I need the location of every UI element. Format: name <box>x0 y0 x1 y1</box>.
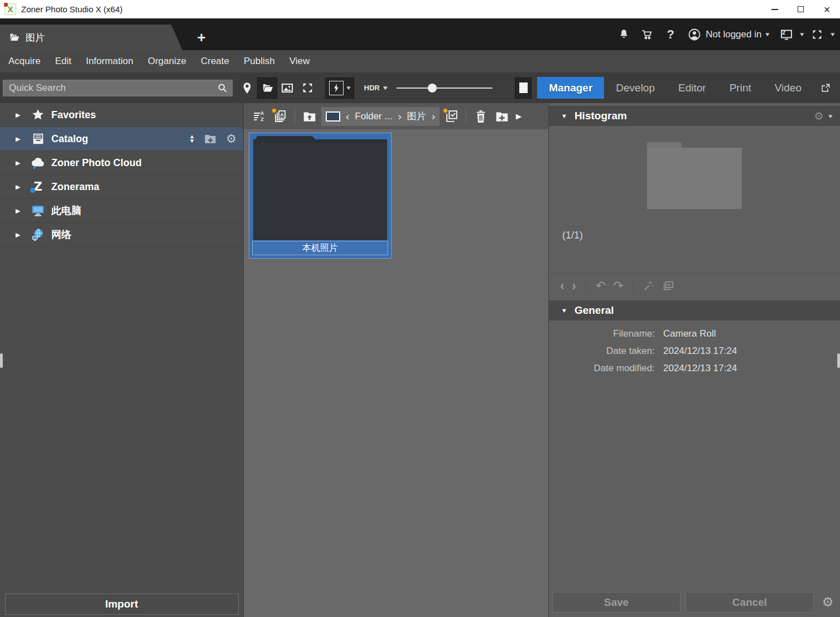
histogram-header[interactable]: ▼ Histogram ⚙ ▾ <box>549 106 840 126</box>
browse-folder-button[interactable] <box>257 77 277 99</box>
mode-print[interactable]: Print <box>718 77 763 99</box>
import-button[interactable]: Import <box>5 594 239 615</box>
expander-icon[interactable]: ▶ <box>16 111 22 119</box>
zonerama-icon: Z <box>31 179 45 194</box>
cancel-button[interactable]: Cancel <box>685 592 814 613</box>
account-menu[interactable]: Not logged in ▾ <box>684 28 773 41</box>
tab-label: 图片 <box>26 31 45 44</box>
preview-button[interactable] <box>277 77 297 99</box>
field-value: 2024/12/13 17:24 <box>663 363 737 374</box>
field-label: Date taken: <box>549 346 655 357</box>
store-button[interactable] <box>638 25 656 44</box>
layout-toggle-button[interactable] <box>515 77 532 99</box>
sidebar-item-favorites[interactable]: ▶ Favorites <box>0 103 243 127</box>
copy-edits-button[interactable] <box>662 280 674 292</box>
app-logo-icon: X <box>4 3 16 15</box>
breadcrumb-separator: › <box>432 110 435 123</box>
sidebar-item-zonerama[interactable]: ▶ Z Zonerama <box>0 175 243 199</box>
breadcrumb: ‹ Folder ... › 图片 › <box>321 107 440 126</box>
menu-publish[interactable]: Publish <box>236 50 282 72</box>
collapse-triangle-icon[interactable]: ▼ <box>561 307 567 314</box>
add-folder-icon[interactable] <box>204 132 217 145</box>
folder-tile-selected[interactable]: 本机照片 <box>249 133 392 259</box>
menu-acquire[interactable]: Acquire <box>1 50 48 72</box>
breadcrumb-current[interactable]: 图片 <box>407 110 426 123</box>
sidebar-item-label: Catalog <box>51 133 88 145</box>
quick-select-button[interactable] <box>442 107 461 126</box>
right-panel-collapse-handle[interactable] <box>837 353 840 368</box>
batch-rename-button[interactable]: A <box>271 107 289 126</box>
svg-text:A: A <box>260 110 264 116</box>
left-panel-collapse-handle[interactable] <box>0 353 3 368</box>
display-select-button[interactable]: 2 <box>777 25 796 44</box>
window-title: Zoner Photo Studio X (x64) <box>21 4 123 14</box>
help-button[interactable]: ? <box>661 25 680 44</box>
gps-button[interactable] <box>237 77 257 99</box>
expander-icon[interactable]: ▶ <box>16 135 22 143</box>
sort-icon[interactable]: ▲▼ <box>189 134 195 143</box>
notifications-button[interactable] <box>614 25 633 44</box>
sidebar-item-zoner-photo-cloud[interactable]: ▶ Zoner Photo Cloud <box>0 151 243 175</box>
collapse-triangle-icon[interactable]: ▼ <box>561 113 567 119</box>
mode-editor[interactable]: Editor <box>667 77 718 99</box>
sidebar-item-this-pc[interactable]: ▶ 此电脑 <box>0 199 243 223</box>
expander-icon[interactable]: ▶ <box>16 159 22 167</box>
gear-icon[interactable]: ⚙ <box>226 132 236 145</box>
expand-icon <box>302 82 313 94</box>
app-window: X Zoner Photo Studio X (x64) × 图片 + ? <box>0 0 840 617</box>
folder-up-button[interactable] <box>300 107 319 126</box>
auto-enhance-button[interactable] <box>643 280 655 292</box>
menu-view[interactable]: View <box>282 50 317 72</box>
tab-pictures[interactable]: 图片 <box>0 25 182 50</box>
chevron-down-icon[interactable]: ▾ <box>831 31 835 38</box>
sidebar-item-catalog[interactable]: ▶ Catalog ▲▼ ⚙ <box>0 127 243 151</box>
previous-button[interactable]: ‹ <box>560 279 564 293</box>
title-bar: X Zoner Photo Studio X (x64) × <box>0 0 840 18</box>
quick-edits-dropdown[interactable]: ▾ <box>325 77 354 99</box>
close-button[interactable]: × <box>814 0 840 18</box>
menu-organize[interactable]: Organize <box>141 50 194 72</box>
thumbnail-size-slider[interactable] <box>397 77 493 99</box>
search-input[interactable] <box>3 82 217 94</box>
save-button[interactable]: Save <box>552 592 680 613</box>
expander-icon[interactable]: ▶ <box>16 231 22 239</box>
actions-settings-button[interactable]: ⚙ <box>819 595 837 610</box>
slider-knob[interactable] <box>428 84 437 93</box>
menu-information[interactable]: Information <box>79 50 141 72</box>
general-header[interactable]: ▼ General <box>549 300 840 320</box>
mode-video[interactable]: Video <box>763 77 813 99</box>
menu-create[interactable]: Create <box>194 50 236 72</box>
delete-button[interactable] <box>471 107 490 126</box>
histogram-settings-icon[interactable]: ⚙ <box>814 110 823 123</box>
more-tools-button[interactable]: ▶ <box>516 112 522 120</box>
trash-icon <box>475 110 487 123</box>
hdr-dropdown[interactable]: HDR ▾ <box>364 84 387 92</box>
fullscreen-button[interactable] <box>808 25 827 44</box>
chevron-down-icon[interactable]: ▾ <box>829 113 833 120</box>
new-tab-button[interactable]: + <box>190 25 213 50</box>
network-icon <box>31 227 45 242</box>
mode-manager[interactable]: Manager <box>537 77 604 99</box>
new-folder-button[interactable] <box>493 107 511 126</box>
maximize-button[interactable] <box>788 0 814 18</box>
sort-order-button[interactable]: AZ <box>249 107 268 126</box>
undock-button[interactable] <box>813 77 838 99</box>
chevron-down-icon[interactable]: ▾ <box>800 31 804 38</box>
fullscreen-preview-button[interactable] <box>297 77 317 99</box>
divider <box>466 109 466 124</box>
menu-edit[interactable]: Edit <box>48 50 79 72</box>
rotate-left-button[interactable]: ↶ <box>596 280 606 292</box>
next-button[interactable]: › <box>572 279 576 293</box>
minimize-button[interactable] <box>761 0 788 18</box>
search-icon <box>217 82 228 93</box>
expander-icon[interactable]: ▶ <box>16 183 22 191</box>
import-bar: Import <box>0 591 243 617</box>
mode-develop[interactable]: Develop <box>604 77 667 99</box>
breadcrumb-parent[interactable]: Folder ... <box>355 111 392 122</box>
rotate-right-button[interactable]: ↷ <box>613 280 623 292</box>
expander-icon[interactable]: ▶ <box>16 207 22 215</box>
close-icon: × <box>824 4 831 15</box>
tab-bar: 图片 + ? Not logged in ▾ 2 ▾ ▾ <box>0 18 840 50</box>
sidebar-item-network[interactable]: ▶ 网络 <box>0 223 243 247</box>
breadcrumb-back[interactable]: ‹ <box>346 110 349 123</box>
